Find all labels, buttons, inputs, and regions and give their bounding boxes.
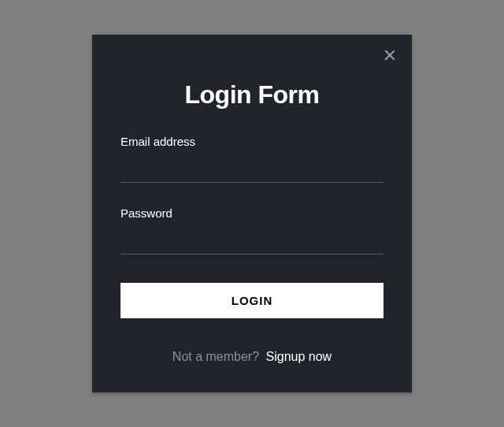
login-modal: Login Form Email address Password LOGIN … xyxy=(92,35,412,392)
email-input[interactable] xyxy=(120,154,384,183)
modal-title: Login Form xyxy=(120,80,384,110)
password-label: Password xyxy=(120,206,384,220)
email-label: Email address xyxy=(120,135,384,148)
password-field-group: Password xyxy=(120,206,384,254)
signup-prompt: Not a member? xyxy=(172,350,259,363)
signup-row: Not a member? Signup now xyxy=(120,350,384,364)
close-icon xyxy=(383,48,397,65)
email-field-group: Email address xyxy=(120,135,384,183)
signup-link[interactable]: Signup now xyxy=(266,350,332,363)
close-button[interactable] xyxy=(380,47,399,66)
password-input[interactable] xyxy=(120,226,384,254)
login-button[interactable]: LOGIN xyxy=(120,283,384,318)
